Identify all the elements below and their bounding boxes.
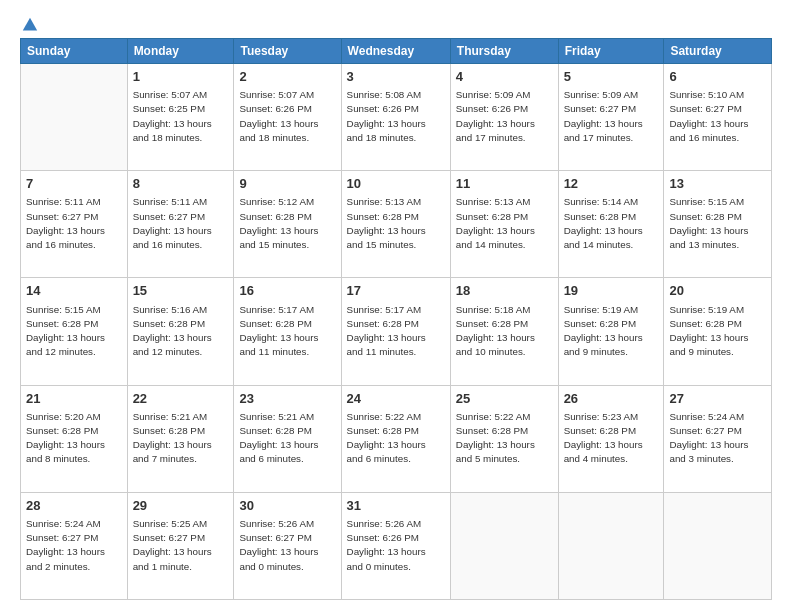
day-info: Sunrise: 5:12 AM Sunset: 6:28 PM Dayligh… bbox=[239, 195, 335, 252]
day-cell: 12Sunrise: 5:14 AM Sunset: 6:28 PM Dayli… bbox=[558, 171, 664, 278]
day-cell: 10Sunrise: 5:13 AM Sunset: 6:28 PM Dayli… bbox=[341, 171, 450, 278]
logo-icon bbox=[21, 16, 39, 34]
day-info: Sunrise: 5:11 AM Sunset: 6:27 PM Dayligh… bbox=[133, 195, 229, 252]
svg-marker-0 bbox=[23, 18, 37, 31]
day-cell: 17Sunrise: 5:17 AM Sunset: 6:28 PM Dayli… bbox=[341, 278, 450, 385]
day-info: Sunrise: 5:20 AM Sunset: 6:28 PM Dayligh… bbox=[26, 410, 122, 467]
day-info: Sunrise: 5:23 AM Sunset: 6:28 PM Dayligh… bbox=[564, 410, 659, 467]
day-number: 18 bbox=[456, 282, 553, 300]
day-number: 6 bbox=[669, 68, 766, 86]
day-number: 2 bbox=[239, 68, 335, 86]
day-info: Sunrise: 5:10 AM Sunset: 6:27 PM Dayligh… bbox=[669, 88, 766, 145]
day-cell: 8Sunrise: 5:11 AM Sunset: 6:27 PM Daylig… bbox=[127, 171, 234, 278]
day-cell: 16Sunrise: 5:17 AM Sunset: 6:28 PM Dayli… bbox=[234, 278, 341, 385]
day-number: 8 bbox=[133, 175, 229, 193]
day-cell: 22Sunrise: 5:21 AM Sunset: 6:28 PM Dayli… bbox=[127, 385, 234, 492]
day-number: 23 bbox=[239, 390, 335, 408]
weekday-header-friday: Friday bbox=[558, 39, 664, 64]
weekday-header-saturday: Saturday bbox=[664, 39, 772, 64]
day-cell: 27Sunrise: 5:24 AM Sunset: 6:27 PM Dayli… bbox=[664, 385, 772, 492]
day-number: 4 bbox=[456, 68, 553, 86]
day-number: 12 bbox=[564, 175, 659, 193]
day-number: 31 bbox=[347, 497, 445, 515]
day-info: Sunrise: 5:11 AM Sunset: 6:27 PM Dayligh… bbox=[26, 195, 122, 252]
day-cell: 20Sunrise: 5:19 AM Sunset: 6:28 PM Dayli… bbox=[664, 278, 772, 385]
day-info: Sunrise: 5:13 AM Sunset: 6:28 PM Dayligh… bbox=[347, 195, 445, 252]
day-cell: 5Sunrise: 5:09 AM Sunset: 6:27 PM Daylig… bbox=[558, 64, 664, 171]
week-row-3: 14Sunrise: 5:15 AM Sunset: 6:28 PM Dayli… bbox=[21, 278, 772, 385]
day-number: 21 bbox=[26, 390, 122, 408]
day-info: Sunrise: 5:22 AM Sunset: 6:28 PM Dayligh… bbox=[347, 410, 445, 467]
day-cell: 26Sunrise: 5:23 AM Sunset: 6:28 PM Dayli… bbox=[558, 385, 664, 492]
day-number: 7 bbox=[26, 175, 122, 193]
day-cell: 6Sunrise: 5:10 AM Sunset: 6:27 PM Daylig… bbox=[664, 64, 772, 171]
day-number: 3 bbox=[347, 68, 445, 86]
weekday-header-wednesday: Wednesday bbox=[341, 39, 450, 64]
weekday-header-row: SundayMondayTuesdayWednesdayThursdayFrid… bbox=[21, 39, 772, 64]
day-number: 28 bbox=[26, 497, 122, 515]
day-cell: 2Sunrise: 5:07 AM Sunset: 6:26 PM Daylig… bbox=[234, 64, 341, 171]
day-number: 9 bbox=[239, 175, 335, 193]
week-row-2: 7Sunrise: 5:11 AM Sunset: 6:27 PM Daylig… bbox=[21, 171, 772, 278]
day-cell: 25Sunrise: 5:22 AM Sunset: 6:28 PM Dayli… bbox=[450, 385, 558, 492]
day-info: Sunrise: 5:21 AM Sunset: 6:28 PM Dayligh… bbox=[239, 410, 335, 467]
day-info: Sunrise: 5:26 AM Sunset: 6:27 PM Dayligh… bbox=[239, 517, 335, 574]
weekday-header-sunday: Sunday bbox=[21, 39, 128, 64]
week-row-4: 21Sunrise: 5:20 AM Sunset: 6:28 PM Dayli… bbox=[21, 385, 772, 492]
week-row-1: 1Sunrise: 5:07 AM Sunset: 6:25 PM Daylig… bbox=[21, 64, 772, 171]
day-cell: 29Sunrise: 5:25 AM Sunset: 6:27 PM Dayli… bbox=[127, 492, 234, 599]
day-info: Sunrise: 5:07 AM Sunset: 6:25 PM Dayligh… bbox=[133, 88, 229, 145]
day-number: 25 bbox=[456, 390, 553, 408]
day-cell: 19Sunrise: 5:19 AM Sunset: 6:28 PM Dayli… bbox=[558, 278, 664, 385]
day-info: Sunrise: 5:19 AM Sunset: 6:28 PM Dayligh… bbox=[669, 303, 766, 360]
day-info: Sunrise: 5:07 AM Sunset: 6:26 PM Dayligh… bbox=[239, 88, 335, 145]
day-info: Sunrise: 5:19 AM Sunset: 6:28 PM Dayligh… bbox=[564, 303, 659, 360]
day-cell bbox=[450, 492, 558, 599]
day-cell: 24Sunrise: 5:22 AM Sunset: 6:28 PM Dayli… bbox=[341, 385, 450, 492]
day-cell bbox=[664, 492, 772, 599]
day-number: 16 bbox=[239, 282, 335, 300]
day-info: Sunrise: 5:24 AM Sunset: 6:27 PM Dayligh… bbox=[26, 517, 122, 574]
day-info: Sunrise: 5:13 AM Sunset: 6:28 PM Dayligh… bbox=[456, 195, 553, 252]
day-cell: 3Sunrise: 5:08 AM Sunset: 6:26 PM Daylig… bbox=[341, 64, 450, 171]
day-number: 29 bbox=[133, 497, 229, 515]
day-number: 22 bbox=[133, 390, 229, 408]
day-cell: 18Sunrise: 5:18 AM Sunset: 6:28 PM Dayli… bbox=[450, 278, 558, 385]
day-info: Sunrise: 5:15 AM Sunset: 6:28 PM Dayligh… bbox=[26, 303, 122, 360]
day-number: 15 bbox=[133, 282, 229, 300]
weekday-header-thursday: Thursday bbox=[450, 39, 558, 64]
day-number: 14 bbox=[26, 282, 122, 300]
day-info: Sunrise: 5:09 AM Sunset: 6:27 PM Dayligh… bbox=[564, 88, 659, 145]
day-info: Sunrise: 5:15 AM Sunset: 6:28 PM Dayligh… bbox=[669, 195, 766, 252]
day-number: 20 bbox=[669, 282, 766, 300]
day-cell bbox=[21, 64, 128, 171]
logo bbox=[20, 16, 39, 28]
day-cell: 28Sunrise: 5:24 AM Sunset: 6:27 PM Dayli… bbox=[21, 492, 128, 599]
day-number: 13 bbox=[669, 175, 766, 193]
day-cell bbox=[558, 492, 664, 599]
day-cell: 1Sunrise: 5:07 AM Sunset: 6:25 PM Daylig… bbox=[127, 64, 234, 171]
day-info: Sunrise: 5:17 AM Sunset: 6:28 PM Dayligh… bbox=[347, 303, 445, 360]
day-info: Sunrise: 5:09 AM Sunset: 6:26 PM Dayligh… bbox=[456, 88, 553, 145]
day-info: Sunrise: 5:14 AM Sunset: 6:28 PM Dayligh… bbox=[564, 195, 659, 252]
day-cell: 31Sunrise: 5:26 AM Sunset: 6:26 PM Dayli… bbox=[341, 492, 450, 599]
day-info: Sunrise: 5:25 AM Sunset: 6:27 PM Dayligh… bbox=[133, 517, 229, 574]
day-number: 24 bbox=[347, 390, 445, 408]
day-number: 17 bbox=[347, 282, 445, 300]
day-cell: 4Sunrise: 5:09 AM Sunset: 6:26 PM Daylig… bbox=[450, 64, 558, 171]
day-number: 19 bbox=[564, 282, 659, 300]
weekday-header-tuesday: Tuesday bbox=[234, 39, 341, 64]
day-number: 30 bbox=[239, 497, 335, 515]
day-number: 1 bbox=[133, 68, 229, 86]
day-cell: 9Sunrise: 5:12 AM Sunset: 6:28 PM Daylig… bbox=[234, 171, 341, 278]
day-number: 27 bbox=[669, 390, 766, 408]
day-cell: 14Sunrise: 5:15 AM Sunset: 6:28 PM Dayli… bbox=[21, 278, 128, 385]
day-number: 5 bbox=[564, 68, 659, 86]
week-row-5: 28Sunrise: 5:24 AM Sunset: 6:27 PM Dayli… bbox=[21, 492, 772, 599]
day-info: Sunrise: 5:24 AM Sunset: 6:27 PM Dayligh… bbox=[669, 410, 766, 467]
weekday-header-monday: Monday bbox=[127, 39, 234, 64]
day-info: Sunrise: 5:26 AM Sunset: 6:26 PM Dayligh… bbox=[347, 517, 445, 574]
header bbox=[20, 16, 772, 28]
day-number: 10 bbox=[347, 175, 445, 193]
day-info: Sunrise: 5:16 AM Sunset: 6:28 PM Dayligh… bbox=[133, 303, 229, 360]
